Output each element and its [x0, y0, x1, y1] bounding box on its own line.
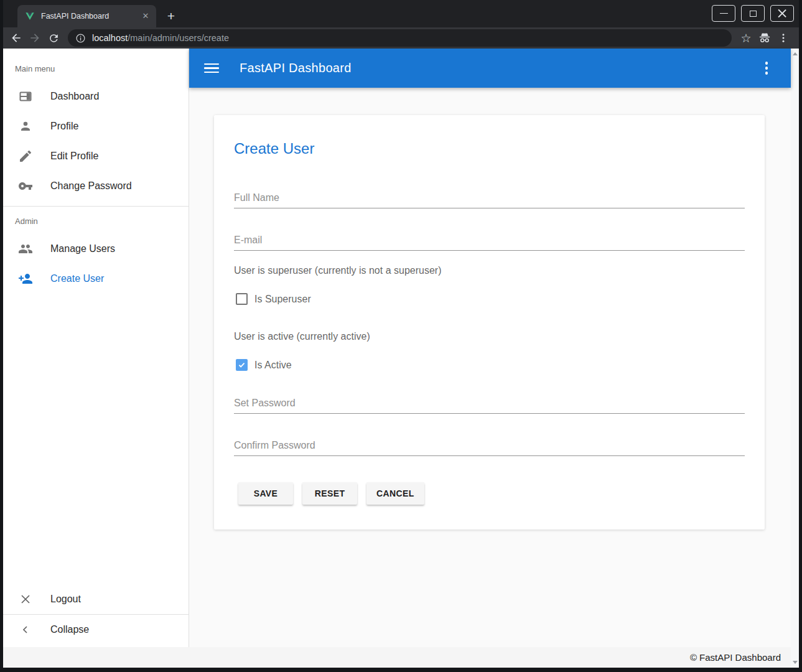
sidebar-spacer	[3, 294, 189, 584]
app-title: FastAPI Dashboard	[240, 61, 352, 75]
sidebar: Main menu Dashboard Profile	[3, 49, 189, 647]
browser-window: FastAPI Dashboard ✕ + localhost/main/adm…	[0, 0, 802, 672]
address-bar[interactable]: localhost/main/admin/users/create	[68, 29, 732, 47]
browser-titlebar: FastAPI Dashboard ✕ +	[3, 0, 799, 27]
vue-favicon-icon	[25, 11, 35, 21]
chevron-left-icon	[18, 622, 33, 637]
app-bar: FastAPI Dashboard	[189, 49, 791, 88]
sidebar-item-collapse[interactable]: Collapse	[3, 615, 189, 645]
active-checkbox[interactable]	[236, 359, 248, 371]
sidebar-item-profile[interactable]: Profile	[3, 111, 189, 141]
appbar-menu-button[interactable]	[759, 62, 774, 75]
key-icon	[18, 179, 33, 194]
person-icon	[18, 119, 33, 134]
new-tab-button[interactable]: +	[162, 7, 180, 25]
sidebar-item-label: Profile	[50, 121, 78, 132]
active-checkbox-label: Is Active	[254, 360, 292, 371]
url-text: localhost/main/admin/users/create	[92, 33, 229, 43]
email-input[interactable]	[234, 235, 745, 251]
hamburger-menu-icon[interactable]	[204, 61, 219, 76]
forward-button[interactable]	[26, 29, 44, 47]
form-actions: SAVE RESET CANCEL	[238, 482, 745, 505]
page-footer: © FastAPI Dashboard	[3, 647, 791, 668]
window-maximize-button[interactable]	[741, 5, 765, 22]
sidebar-item-logout[interactable]: Logout	[3, 584, 189, 614]
superuser-hint: User is superuser (currently is not a su…	[234, 265, 745, 276]
maximize-icon	[750, 11, 757, 17]
sidebar-item-create-user[interactable]: Create User	[3, 264, 189, 294]
sidebar-section-admin: Admin	[15, 217, 189, 226]
sidebar-item-dashboard[interactable]: Dashboard	[3, 82, 189, 111]
browser-menu-button[interactable]	[774, 29, 793, 47]
bookmark-button[interactable]: ☆	[737, 29, 755, 47]
sidebar-item-label: Collapse	[50, 624, 89, 635]
sidebar-item-manage-users[interactable]: Manage Users	[3, 234, 189, 264]
superuser-checkbox-label: Is Superuser	[254, 294, 311, 305]
page-content: Create User User is superuser (currently…	[189, 88, 791, 647]
full-name-input[interactable]	[234, 192, 745, 208]
incognito-indicator	[755, 29, 774, 47]
star-icon: ☆	[740, 32, 751, 44]
pencil-icon	[18, 149, 33, 164]
confirm-password-input[interactable]	[234, 440, 745, 456]
sidebar-item-edit-profile[interactable]: Edit Profile	[3, 141, 189, 171]
save-button[interactable]: SAVE	[238, 482, 293, 505]
create-user-card: Create User User is superuser (currently…	[214, 115, 765, 530]
reset-button[interactable]: RESET	[302, 482, 357, 505]
cancel-button[interactable]: CANCEL	[366, 482, 424, 505]
sidebar-item-label: Change Password	[50, 180, 132, 192]
logout-x-icon	[18, 592, 33, 607]
dashboard-icon	[18, 89, 33, 104]
forward-arrow-icon	[29, 32, 41, 44]
active-checkbox-row[interactable]: Is Active	[236, 359, 745, 371]
set-password-input[interactable]	[234, 398, 745, 414]
reload-button[interactable]	[44, 29, 63, 47]
superuser-checkbox[interactable]	[236, 293, 248, 305]
sidebar-item-label: Dashboard	[50, 91, 99, 102]
sidebar-divider	[3, 206, 189, 207]
superuser-checkbox-row[interactable]: Is Superuser	[236, 293, 745, 305]
sidebar-item-change-password[interactable]: Change Password	[3, 171, 189, 201]
url-host: localhost	[92, 33, 128, 43]
main-area: FastAPI Dashboard Create User User is su…	[189, 49, 791, 647]
sidebar-item-label: Manage Users	[50, 243, 115, 254]
scrollbar-up-arrow-icon[interactable]	[793, 52, 798, 55]
sidebar-section-main-menu: Main menu	[15, 64, 189, 73]
browser-tab[interactable]: FastAPI Dashboard ✕	[17, 5, 156, 27]
reload-icon	[48, 32, 60, 44]
window-controls	[712, 5, 794, 22]
scrollbar-down-arrow-icon[interactable]	[793, 661, 798, 664]
form-title: Create User	[234, 140, 745, 157]
people-icon	[18, 241, 33, 256]
incognito-icon	[758, 31, 772, 45]
tab-close-icon[interactable]: ✕	[140, 11, 151, 22]
window-minimize-button[interactable]	[712, 5, 735, 22]
minimize-icon	[720, 13, 728, 14]
close-icon	[778, 9, 786, 17]
page: Main menu Dashboard Profile	[3, 49, 799, 668]
browser-toolbar: localhost/main/admin/users/create ☆	[3, 27, 799, 49]
sidebar-item-label: Edit Profile	[50, 151, 98, 162]
kebab-menu-icon	[778, 32, 789, 44]
footer-copyright: © FastAPI Dashboard	[690, 652, 781, 663]
sidebar-item-label: Create User	[50, 273, 104, 284]
page-scrollbar[interactable]	[791, 49, 799, 668]
sidebar-item-label: Logout	[50, 594, 81, 605]
back-arrow-icon	[10, 32, 22, 44]
person-add-icon	[18, 271, 33, 286]
active-hint: User is active (currently active)	[234, 331, 745, 342]
site-info-icon[interactable]	[75, 33, 86, 44]
url-path: /main/admin/users/create	[128, 33, 229, 43]
window-close-button[interactable]	[770, 5, 794, 22]
check-icon	[238, 361, 246, 369]
back-button[interactable]	[7, 29, 26, 47]
tab-title: FastAPI Dashboard	[41, 12, 140, 21]
